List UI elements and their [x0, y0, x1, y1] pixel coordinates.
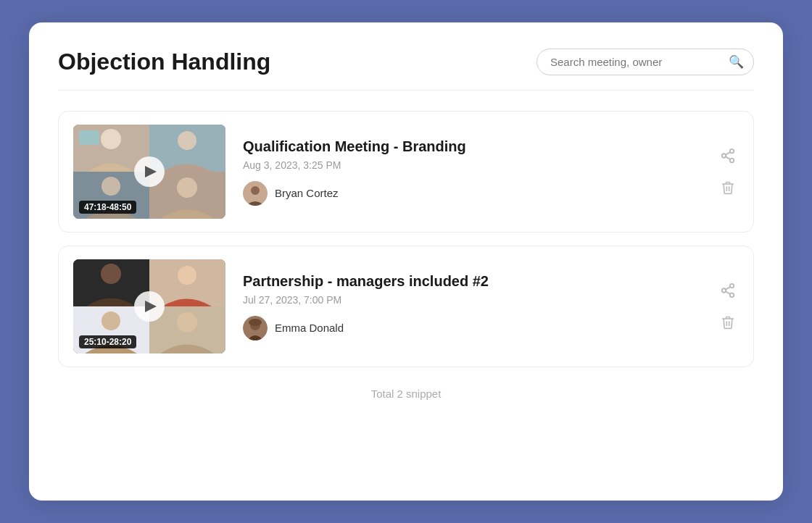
svg-line-30 — [726, 291, 730, 294]
snippet-info: Partnership - managers included #2 Jul 2… — [243, 273, 692, 340]
play-icon — [145, 166, 157, 177]
svg-point-6 — [102, 177, 120, 196]
delete-button[interactable] — [718, 311, 738, 333]
snippet-title: Partnership - managers included #2 — [243, 273, 692, 290]
svg-point-8 — [177, 177, 197, 198]
avatar — [243, 181, 268, 206]
delete-button[interactable] — [718, 177, 738, 198]
svg-line-14 — [726, 156, 730, 159]
footer: Total 2 snippet — [58, 388, 754, 400]
svg-rect-2 — [79, 130, 99, 145]
svg-point-17 — [101, 264, 121, 284]
svg-point-23 — [177, 312, 197, 332]
owner-name: Emma Donald — [275, 322, 344, 334]
snippet-date: Aug 3, 2023, 3:25 PM — [243, 159, 692, 171]
owner-row: Bryan Cortez — [243, 181, 692, 206]
page-title: Objection Handling — [58, 49, 270, 75]
snippet-info: Qualification Meeting - Branding Aug 3, … — [243, 138, 692, 206]
share-button[interactable] — [717, 145, 739, 167]
share-button[interactable] — [717, 280, 739, 301]
snippet-actions — [717, 280, 739, 333]
avatar — [243, 316, 268, 340]
owner-row: Emma Donald — [243, 316, 692, 340]
timecode-badge: 47:18-48:50 — [79, 201, 136, 214]
snippet-list: 47:18-48:50 Qualification Meeting - Bran… — [58, 111, 754, 367]
total-label: Total 2 snippet — [371, 388, 442, 400]
snippet-title: Qualification Meeting - Branding — [243, 138, 692, 155]
svg-point-26 — [249, 319, 262, 326]
svg-point-4 — [178, 131, 196, 150]
play-button[interactable] — [134, 291, 165, 322]
play-button[interactable] — [134, 156, 165, 187]
svg-line-15 — [726, 152, 730, 155]
list-item: 25:10-28:20 Partnership - managers inclu… — [58, 246, 754, 367]
svg-point-19 — [178, 266, 196, 285]
search-wrapper: 🔍 — [536, 49, 754, 75]
svg-point-10 — [251, 186, 260, 195]
snippet-actions — [717, 145, 739, 198]
search-input[interactable] — [536, 49, 754, 75]
owner-name: Bryan Cortez — [275, 187, 339, 199]
list-item: 47:18-48:50 Qualification Meeting - Bran… — [58, 111, 754, 233]
header: Objection Handling 🔍 — [58, 49, 754, 91]
main-card: Objection Handling 🔍 — [29, 22, 783, 501]
svg-point-21 — [102, 311, 120, 330]
timecode-badge: 25:10-28:20 — [79, 335, 136, 348]
play-icon — [145, 301, 157, 312]
svg-point-1 — [101, 129, 121, 149]
video-thumbnail[interactable]: 25:10-28:20 — [73, 259, 225, 353]
video-thumbnail[interactable]: 47:18-48:50 — [73, 125, 225, 219]
svg-line-31 — [726, 287, 730, 290]
snippet-date: Jul 27, 2023, 7:00 PM — [243, 294, 692, 306]
